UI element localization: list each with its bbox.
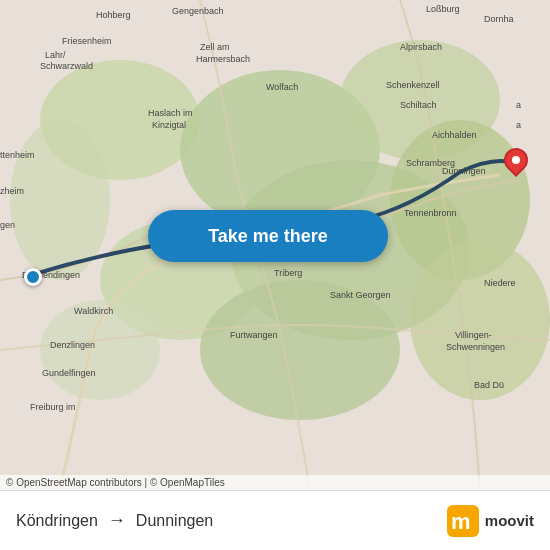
svg-text:Schiltach: Schiltach — [400, 100, 437, 110]
svg-text:Hohberg: Hohberg — [96, 10, 131, 20]
svg-text:ttenheim: ttenheim — [0, 150, 35, 160]
svg-text:Bad Dü: Bad Dü — [474, 380, 504, 390]
svg-text:Sankt Georgen: Sankt Georgen — [330, 290, 391, 300]
moovit-logo-icon: m — [447, 505, 479, 537]
svg-text:Alpirsbach: Alpirsbach — [400, 42, 442, 52]
svg-text:Furtwangen: Furtwangen — [230, 330, 278, 340]
svg-text:Triberg: Triberg — [274, 268, 302, 278]
svg-text:Harmersbach: Harmersbach — [196, 54, 250, 64]
svg-text:m: m — [451, 509, 471, 534]
svg-text:Kinzigtal: Kinzigtal — [152, 120, 186, 130]
svg-text:Villingen-: Villingen- — [455, 330, 492, 340]
svg-text:Dunningen: Dunningen — [442, 166, 486, 176]
take-me-there-button[interactable]: Take me there — [148, 210, 388, 262]
svg-text:Tennenbronn: Tennenbronn — [404, 208, 457, 218]
svg-text:Loßburg: Loßburg — [426, 4, 460, 14]
svg-text:Gengenbach: Gengenbach — [172, 6, 224, 16]
svg-text:Zell am: Zell am — [200, 42, 230, 52]
svg-text:gen: gen — [0, 220, 15, 230]
svg-text:Friesenheim: Friesenheim — [62, 36, 112, 46]
route-arrow: → — [108, 510, 126, 531]
moovit-logo: m moovit — [447, 505, 534, 537]
bottom-bar: Köndringen → Dunningen m moovit — [0, 490, 550, 550]
moovit-brand-text: moovit — [485, 512, 534, 529]
svg-text:Denzlingen: Denzlingen — [50, 340, 95, 350]
svg-text:Schwarzwald: Schwarzwald — [40, 61, 93, 71]
svg-point-10 — [410, 240, 550, 400]
svg-point-9 — [200, 280, 400, 420]
svg-text:Niedere: Niedere — [484, 278, 516, 288]
svg-text:a: a — [516, 120, 521, 130]
svg-text:Freiburg im: Freiburg im — [30, 402, 76, 412]
svg-text:zheim: zheim — [0, 186, 24, 196]
svg-text:Lahr/: Lahr/ — [45, 50, 66, 60]
end-marker — [504, 148, 528, 180]
svg-text:Haslach im: Haslach im — [148, 108, 193, 118]
svg-text:Gundelfingen: Gundelfingen — [42, 368, 96, 378]
svg-text:a: a — [516, 100, 521, 110]
svg-text:Dornha: Dornha — [484, 14, 514, 24]
map-container: Hohberg Gengenbach Loßburg Friesenheim L… — [0, 0, 550, 490]
route-to: Dunningen — [136, 512, 213, 530]
start-marker — [24, 268, 42, 286]
svg-text:Aichhalden: Aichhalden — [432, 130, 477, 140]
route-from: Köndringen — [16, 512, 98, 530]
svg-text:Waldkirch: Waldkirch — [74, 306, 113, 316]
svg-text:Schenkenzell: Schenkenzell — [386, 80, 440, 90]
map-attribution: © OpenStreetMap contributors | © OpenMap… — [0, 475, 550, 490]
svg-text:Wolfach: Wolfach — [266, 82, 298, 92]
svg-text:Schwenningen: Schwenningen — [446, 342, 505, 352]
